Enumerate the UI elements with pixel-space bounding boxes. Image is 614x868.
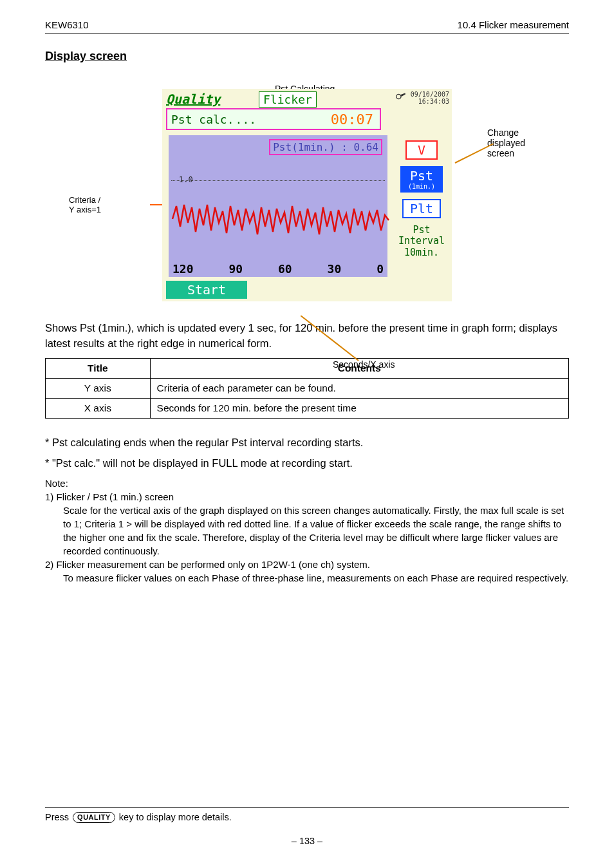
quality-key-icon: QUALITY	[73, 812, 115, 823]
td-xaxis-key: X axis	[46, 398, 151, 418]
svg-line-3	[455, 144, 494, 163]
followup-1: * Pst calculating ends when the regular …	[45, 435, 569, 451]
pst-calc-time: 00:07	[331, 111, 380, 127]
pst-calc-row: Pst calc. ... 00:07	[166, 108, 381, 130]
xtick-60: 60	[278, 262, 292, 276]
pst-calc-dots: ...	[234, 113, 257, 126]
section-title: Display screen	[45, 50, 569, 63]
page-number: – 133 –	[45, 836, 569, 846]
td-yaxis-key: Y axis	[46, 378, 151, 398]
footer-before: Press	[45, 812, 69, 822]
pst-button[interactable]: Pst (1min.)	[400, 166, 443, 193]
xticks: 120 90 60 30 0	[169, 262, 387, 276]
note-item2: 2) Flicker measurement can be performed …	[45, 558, 569, 571]
start-button[interactable]: Start	[166, 281, 247, 299]
header-left: KEW6310	[45, 19, 89, 30]
pst1min-value: 0.64	[353, 141, 378, 153]
note-item1-body: Scale for the vertical axis of the graph…	[45, 504, 569, 558]
label-yaxis: Criteria /Y axis=1	[69, 195, 159, 214]
xtick-120: 120	[172, 262, 194, 276]
pst1min-label: Pst(1min.)	[273, 141, 335, 153]
xtick-0: 0	[377, 262, 384, 276]
flicker-trace	[171, 180, 390, 258]
svg-point-4	[396, 94, 401, 99]
screenshot: Quality Flicker 09/10/2007 16:34:03 Pst …	[162, 89, 452, 301]
page-header: KEW6310 10.4 Flicker measurement	[45, 19, 569, 30]
pst-button-label: Pst	[410, 168, 433, 184]
chart-area: Pst(1min.) : 0.64 1.0 120 90 60 30 0	[169, 135, 387, 277]
pst-button-sub: (1min.)	[408, 183, 435, 190]
arrow-seconds	[301, 316, 378, 367]
pst-calc-label: Pst calc.	[167, 113, 234, 126]
td-yaxis-val: Criteria of each parameter can be found.	[150, 378, 568, 398]
xtick-30: 30	[328, 262, 342, 276]
header-right: 10.4 Flicker measurement	[458, 19, 569, 30]
ss-brand: Quality	[166, 91, 220, 107]
note-item2-body: To measure flicker values on each Phase …	[45, 571, 569, 585]
footer-after: key to display more details.	[119, 812, 232, 822]
pst-interval-label: Pst Interval 10min.	[398, 225, 445, 258]
v-button[interactable]: V	[405, 140, 438, 160]
tab-flicker[interactable]: Flicker	[259, 91, 317, 108]
table-row: Y axis Criteria of each parameter can be…	[46, 378, 569, 398]
ss-datetime: 09/10/2007 16:34:03	[411, 91, 449, 105]
ss-date: 09/10/2007	[411, 91, 449, 98]
figure-wrap: Pst Calculating Seconds/X axis Criteria …	[107, 89, 507, 301]
note-item1: 1) Flicker / Pst (1 min.) screen	[45, 490, 569, 504]
followup-2: * "Pst calc." will not be displayed in F…	[45, 456, 569, 471]
xtick-90: 90	[228, 262, 243, 276]
footer: Press QUALITY key to display more detail…	[45, 802, 569, 846]
td-xaxis-val: Seconds for 120 min. before the present …	[150, 398, 568, 418]
connector-icon	[395, 91, 407, 100]
pst1min-readout: Pst(1min.) : 0.64	[269, 139, 382, 155]
note-title: Note:	[45, 476, 569, 490]
th-title: Title	[46, 358, 151, 378]
table-row: X axis Seconds for 120 min. before the p…	[46, 398, 569, 418]
svg-line-1	[301, 316, 358, 361]
right-buttons: V Pst (1min.) Plt Pst Interval 10min.	[399, 140, 444, 258]
plt-button[interactable]: Plt	[402, 199, 441, 218]
header-divider	[45, 33, 569, 33]
ss-time: 16:34:03	[418, 98, 449, 105]
label-change: Change displayed screen	[487, 127, 539, 158]
note-block: Note: 1) Flicker / Pst (1 min.) screen S…	[45, 476, 569, 585]
